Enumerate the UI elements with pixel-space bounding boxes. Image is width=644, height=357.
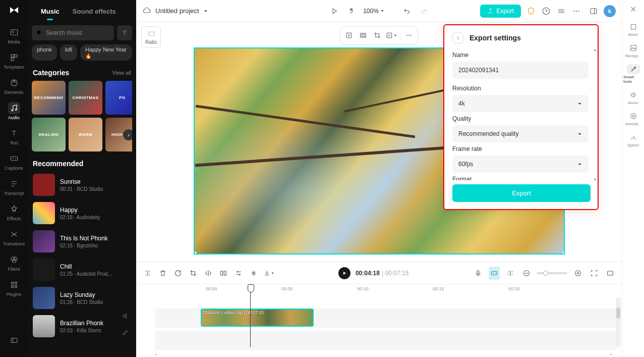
filter-button[interactable] bbox=[117, 25, 132, 40]
nav-audio[interactable]: Audio bbox=[0, 99, 28, 123]
nav-filters[interactable]: Filters bbox=[0, 250, 28, 275]
replace-button[interactable] bbox=[385, 29, 398, 42]
panel-toggle-icon[interactable] bbox=[589, 6, 599, 16]
nav-collapse[interactable] bbox=[0, 333, 28, 348]
timeline-ruler[interactable]: 00:00 00:05 00:10 00:15 00:20 bbox=[155, 284, 617, 295]
nav-templates[interactable]: Templates bbox=[0, 48, 28, 73]
cat-warm[interactable]: WARM bbox=[69, 118, 102, 151]
playhead[interactable] bbox=[250, 285, 251, 347]
undo-button[interactable] bbox=[402, 6, 412, 16]
rp-basic[interactable]: Basic bbox=[622, 19, 644, 39]
track-item[interactable]: Brazillian Phonk02:03 · Killa Storm bbox=[32, 313, 132, 339]
adjust-button[interactable] bbox=[233, 267, 244, 280]
auto-caption-button[interactable] bbox=[489, 267, 500, 280]
nav-text[interactable]: Text bbox=[0, 124, 28, 148]
track-item[interactable]: Lazy Sunday01:26 · BCD Studio bbox=[32, 285, 132, 311]
chip-happy-new-year[interactable]: Happy New Year 🔥 bbox=[80, 44, 132, 61]
cat-healing[interactable]: HEALING bbox=[32, 118, 66, 151]
play-button[interactable] bbox=[338, 267, 350, 279]
timeline-track[interactable]: Stabilize | video clip | 00:07:15 bbox=[155, 309, 617, 328]
more-options-button[interactable] bbox=[402, 29, 416, 42]
play-preview-button[interactable] bbox=[329, 6, 339, 16]
export-button[interactable]: Export bbox=[480, 5, 521, 18]
timeline[interactable]: 00:00 00:05 00:10 00:15 00:20 Stabilize … bbox=[136, 284, 622, 357]
more-icon[interactable] bbox=[571, 6, 581, 16]
export-settings-modal: Export settings Name Resolution 4k Quali… bbox=[443, 24, 599, 210]
zoom-in-button[interactable] bbox=[572, 267, 583, 280]
chip-lofi[interactable]: lofi bbox=[60, 44, 77, 61]
video-clip[interactable]: Stabilize | video clip | 00:07:15 bbox=[201, 309, 314, 327]
modal-scrollbar[interactable]: ▴▾ bbox=[594, 47, 597, 182]
download-button[interactable] bbox=[263, 267, 274, 280]
fit-timeline-button[interactable] bbox=[589, 267, 600, 280]
resize-handle[interactable] bbox=[561, 251, 565, 254]
rp-speed[interactable]: Speed bbox=[622, 130, 644, 150]
nav-effects[interactable]: Effects bbox=[0, 200, 28, 224]
freeze-button[interactable] bbox=[248, 267, 259, 280]
close-panel-button[interactable]: ✕ bbox=[628, 4, 638, 14]
split-button[interactable] bbox=[142, 267, 153, 280]
search-input[interactable]: Search music bbox=[32, 25, 114, 40]
help-icon[interactable] bbox=[541, 6, 551, 16]
nav-transcript[interactable]: Transcript bbox=[0, 175, 28, 199]
rp-background[interactable]: Backgr... bbox=[622, 40, 644, 61]
zoom-level[interactable]: 100% bbox=[363, 8, 385, 15]
vertical-scrollbar[interactable] bbox=[616, 297, 621, 347]
rp-audio[interactable]: Audio bbox=[622, 87, 644, 108]
project-title[interactable]: Untitled project bbox=[142, 7, 208, 16]
nav-media[interactable]: Media bbox=[0, 23, 28, 47]
flip-button[interactable] bbox=[218, 267, 229, 280]
crop-add-button[interactable] bbox=[342, 29, 356, 42]
preview-mode-button[interactable] bbox=[605, 267, 616, 280]
crop-tl-button[interactable] bbox=[188, 267, 199, 280]
shield-icon[interactable] bbox=[526, 6, 536, 16]
magnet-button[interactable] bbox=[505, 267, 516, 280]
track-item[interactable]: Happy02:16 · Audiodeity bbox=[32, 200, 132, 226]
timeline-track[interactable] bbox=[155, 331, 617, 350]
category-next-button[interactable]: › bbox=[123, 129, 132, 140]
track-item[interactable]: This Is Not Phonk02:15 · Bgnzinho bbox=[32, 228, 132, 254]
mirror-button[interactable] bbox=[203, 267, 214, 280]
cat-christmas[interactable]: CHRISTMAS bbox=[69, 81, 102, 115]
tab-sound-effects[interactable]: Sound effects bbox=[73, 8, 116, 15]
export-quality-select[interactable]: Recommended quality bbox=[452, 125, 589, 142]
fit-button[interactable] bbox=[357, 29, 370, 42]
nav-elements[interactable]: Elements bbox=[0, 74, 28, 98]
categories-viewall[interactable]: View all bbox=[112, 70, 131, 76]
export-resolution-select[interactable]: 4k bbox=[452, 95, 589, 112]
flame-icon: 🔥 bbox=[85, 53, 91, 59]
edit-track-button[interactable] bbox=[122, 329, 129, 338]
mute-track-button[interactable] bbox=[122, 313, 129, 322]
zoom-out-button[interactable] bbox=[521, 267, 532, 280]
svg-point-21 bbox=[578, 10, 579, 11]
cat-pop[interactable]: PO bbox=[105, 81, 132, 115]
cat-recommend[interactable]: RECOMMEND bbox=[32, 81, 66, 115]
track-item[interactable]: Sunrise00:31 · BCD Studio bbox=[32, 172, 132, 198]
zoom-slider[interactable] bbox=[537, 272, 567, 274]
avatar[interactable]: k bbox=[604, 5, 616, 17]
search-icon bbox=[36, 29, 43, 36]
mic-button[interactable] bbox=[473, 267, 484, 280]
layers-icon[interactable] bbox=[556, 6, 566, 16]
rp-animation[interactable]: Animat... bbox=[622, 109, 644, 129]
tab-music[interactable]: Music bbox=[41, 8, 60, 15]
redo-button[interactable] bbox=[419, 6, 429, 16]
nav-captions[interactable]: Captions bbox=[0, 149, 28, 174]
resize-handle[interactable] bbox=[194, 251, 197, 254]
nav-plugins[interactable]: Plugins bbox=[0, 276, 28, 300]
track-item[interactable]: Chill01:25 · Audiolist Prod... bbox=[32, 257, 132, 283]
hand-tool-button[interactable] bbox=[346, 6, 356, 16]
delete-button[interactable] bbox=[157, 267, 168, 280]
export-name-input[interactable] bbox=[452, 62, 589, 79]
export-confirm-button[interactable]: Export bbox=[452, 184, 591, 202]
export-back-button[interactable] bbox=[452, 32, 463, 43]
crop-button[interactable] bbox=[371, 29, 384, 42]
export-modal-title: Export settings bbox=[470, 34, 521, 42]
rp-smart-tools[interactable]: Smart tools bbox=[622, 62, 644, 86]
ratio-button[interactable]: Ratio bbox=[141, 26, 161, 48]
nav-transitions[interactable]: Transitions bbox=[0, 225, 28, 249]
rotate-button[interactable] bbox=[172, 267, 184, 280]
horizontal-scrollbar[interactable] bbox=[155, 352, 612, 356]
chip-phonk[interactable]: phonk bbox=[32, 44, 57, 61]
export-framerate-select[interactable]: 60fps bbox=[452, 156, 589, 173]
